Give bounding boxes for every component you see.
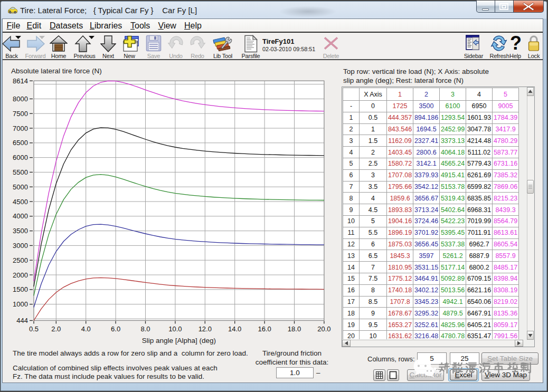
svg-text:5000: 5000 [13,183,28,191]
svg-text:6.0: 6.0 [111,325,120,333]
svg-text:1000: 1000 [13,300,28,308]
svg-text:2.0: 2.0 [51,325,61,333]
svg-text:2500: 2500 [13,256,28,264]
svg-text:444: 444 [16,317,28,324]
svg-text:1500: 1500 [13,285,28,293]
svg-text:0.5: 0.5 [29,325,39,333]
svg-text:7000: 7000 [13,125,28,132]
svg-text:6000: 6000 [13,154,28,161]
svg-text:16.0: 16.0 [258,325,271,333]
svg-text:18.0: 18.0 [288,325,301,333]
svg-text:3000: 3000 [13,242,28,250]
svg-text:?: ? [510,35,522,52]
svg-text:12.0: 12.0 [199,325,212,333]
svg-text:4000: 4000 [13,212,28,220]
svg-text:2000: 2000 [13,271,28,279]
svg-text:8000: 8000 [13,95,28,103]
svg-text:7500: 7500 [13,110,28,118]
svg-text:4.0: 4.0 [81,325,91,333]
svg-text:4500: 4500 [13,198,28,206]
svg-text:14.0: 14.0 [228,325,241,333]
svg-text:Slip angle [Alpha] (deg): Slip angle [Alpha] (deg) [142,337,216,345]
svg-text:6500: 6500 [13,139,28,147]
svg-text:5500: 5500 [13,168,28,176]
svg-text:Absolute lateral tire force (N: Absolute lateral tire force (N) [11,67,102,75]
svg-text:10.0: 10.0 [168,325,182,333]
svg-text:3500: 3500 [13,227,28,235]
svg-text:20.0: 20.0 [317,325,330,333]
svg-text:8614: 8614 [13,77,28,85]
svg-text:8.0: 8.0 [140,325,150,333]
